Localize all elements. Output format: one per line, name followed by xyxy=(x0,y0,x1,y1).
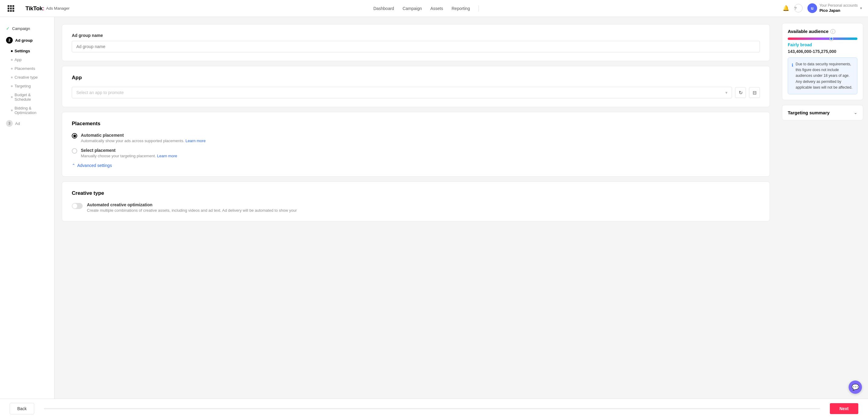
sidebar-budget-label: Budget & Schedule xyxy=(14,93,48,102)
sidebar-sub-placements[interactable]: Placements xyxy=(0,64,54,73)
targeting-summary-title: Targeting summary xyxy=(788,110,830,115)
chat-widget[interactable]: 💬 xyxy=(848,381,862,394)
account-label: Your Personal accounts xyxy=(819,3,858,8)
inactive-dot xyxy=(11,85,13,87)
select-learn-more[interactable]: Learn more xyxy=(157,154,177,158)
dropdown-chevron-icon: ▾ xyxy=(725,90,727,95)
account-info: Your Personal accounts Pico Japan xyxy=(819,3,858,13)
inactive-dot xyxy=(11,59,13,61)
tiktok-logo: TikTok: Ads Manager xyxy=(26,5,70,12)
audience-range: 143,406,000-175,275,000 xyxy=(788,49,858,54)
inactive-dot xyxy=(11,109,13,111)
adgroup-name-label: Ad group name xyxy=(72,33,760,38)
back-button[interactable]: Back xyxy=(10,403,34,414)
creative-toggle[interactable] xyxy=(72,203,83,209)
adgroup-name-section: Ad group name xyxy=(62,24,770,61)
creative-type-title: Creative type xyxy=(72,190,760,196)
sidebar: ✓ Campaign 2 Ad group Settings App Place… xyxy=(0,17,55,398)
targeting-summary-header[interactable]: Targeting summary ⌄ xyxy=(788,110,858,115)
placements-title: Placements xyxy=(72,121,760,127)
select-placement-label: Select placement xyxy=(81,148,177,153)
reload-icon-btn[interactable]: ↻ xyxy=(735,87,746,98)
sidebar-step-adgroup[interactable]: 2 Ad group xyxy=(0,34,54,46)
automatic-placement-option: Automatic placement Automatically show y… xyxy=(72,133,760,143)
advanced-settings-label: Advanced settings xyxy=(77,163,112,168)
bell-icon[interactable]: 🔔 xyxy=(783,5,789,11)
help-icon[interactable]: ? xyxy=(794,4,803,12)
nav-divider xyxy=(478,5,479,11)
sidebar-bidding-label: Bidding & Optimization xyxy=(14,106,48,115)
select-placement-desc: Manually choose your targeting placement… xyxy=(81,154,177,158)
nav-reporting[interactable]: Reporting xyxy=(452,6,470,11)
app-select-row: Select an app to promote ▾ ↻ ⊟ xyxy=(72,87,760,98)
sidebar-app-label: App xyxy=(14,58,22,62)
notice-info-icon: ℹ xyxy=(792,62,793,91)
active-dot xyxy=(11,50,13,52)
topnav-right: 🔔 ? u Your Personal accounts Pico Japan … xyxy=(783,3,862,13)
select-placement-info: Select placement Manually choose your ta… xyxy=(81,148,177,158)
grid-menu-icon[interactable] xyxy=(6,4,16,13)
step-2-circle: 2 xyxy=(6,37,13,43)
account-sub: Pico Japan xyxy=(819,8,858,13)
audience-notice: ℹ Due to data security requirements, thi… xyxy=(788,58,858,94)
sidebar-ad-label: Ad xyxy=(15,121,20,126)
sidebar-placements-label: Placements xyxy=(14,66,35,71)
sidebar-sub-app[interactable]: App xyxy=(0,55,54,64)
placements-section: Placements Automatic placement Automatic… xyxy=(62,112,770,177)
creative-toggle-desc: Create multiple combinations of creative… xyxy=(87,208,297,213)
inactive-dot xyxy=(11,96,13,98)
sidebar-step-campaign[interactable]: ✓ Campaign xyxy=(0,23,54,34)
audience-title: Available audience xyxy=(788,29,829,34)
inactive-dot xyxy=(11,68,13,70)
automatic-placement-label: Automatic placement xyxy=(81,133,206,138)
creative-type-section: Creative type Automated creative optimiz… xyxy=(62,181,770,221)
nav-assets[interactable]: Assets xyxy=(430,6,443,11)
sidebar-sub-budget[interactable]: Budget & Schedule xyxy=(0,91,54,104)
adgroup-name-input[interactable] xyxy=(72,41,760,52)
automatic-placement-info: Automatic placement Automatically show y… xyxy=(81,133,206,143)
nav-dashboard[interactable]: Dashboard xyxy=(373,6,394,11)
sidebar-sub-settings[interactable]: Settings xyxy=(0,46,54,55)
targeting-summary-card: Targeting summary ⌄ xyxy=(782,105,863,120)
account-menu[interactable]: u Your Personal accounts Pico Japan ▾ xyxy=(807,3,862,13)
sidebar-settings-label: Settings xyxy=(14,49,30,53)
meter-indicator xyxy=(830,37,833,40)
notice-text: Due to data security requirements, this … xyxy=(796,61,854,91)
automatic-learn-more[interactable]: Learn more xyxy=(185,139,205,143)
sidebar-sub-bidding[interactable]: Bidding & Optimization xyxy=(0,104,54,117)
right-panel: Available audience i Fairly broad 143,40… xyxy=(777,17,868,398)
sidebar-sub-targeting[interactable]: Targeting xyxy=(0,82,54,91)
app-dropdown-placeholder: Select an app to promote xyxy=(76,90,124,95)
audience-meter xyxy=(788,37,858,40)
audience-card: Available audience i Fairly broad 143,40… xyxy=(782,23,863,100)
check-icon: ✓ xyxy=(6,26,10,31)
creative-toggle-row: Automated creative optimization Create m… xyxy=(72,202,760,213)
step-3-circle: 3 xyxy=(6,120,13,127)
next-button[interactable]: Next xyxy=(830,403,858,414)
sidebar-step-ad[interactable]: 3 Ad xyxy=(0,117,54,130)
link-icon-btn[interactable]: ⊟ xyxy=(749,87,760,98)
creative-toggle-label: Automated creative optimization xyxy=(87,202,297,207)
ads-manager-label: Ads Manager xyxy=(46,6,69,10)
sidebar-sub-creative-type[interactable]: Creative type xyxy=(0,73,54,82)
app-section: App Select an app to promote ▾ ↻ ⊟ xyxy=(62,66,770,107)
creative-info: Automated creative optimization Create m… xyxy=(87,202,297,213)
footer-bar: Back Next xyxy=(0,398,868,418)
nav-campaign[interactable]: Campaign xyxy=(403,6,422,11)
main-layout: ✓ Campaign 2 Ad group Settings App Place… xyxy=(0,17,868,398)
sidebar-creative-label: Creative type xyxy=(14,75,38,79)
audience-info-icon[interactable]: i xyxy=(831,29,835,34)
automatic-placement-radio[interactable] xyxy=(72,133,77,139)
targeting-summary-chevron: ⌄ xyxy=(854,110,858,115)
select-placement-radio[interactable] xyxy=(72,148,77,154)
app-section-title: App xyxy=(72,75,760,81)
audience-title-row: Available audience i xyxy=(788,29,858,34)
footer-scrollbar xyxy=(44,408,820,409)
app-dropdown[interactable]: Select an app to promote ▾ xyxy=(72,87,732,98)
advanced-settings-btn[interactable]: ⌃ Advanced settings xyxy=(72,163,760,168)
advanced-chevron-icon: ⌃ xyxy=(72,163,75,168)
inactive-dot xyxy=(11,76,13,78)
sidebar-campaign-label: Campaign xyxy=(12,26,30,31)
avatar: u xyxy=(807,3,817,13)
topnav: TikTok: Ads Manager Dashboard Campaign A… xyxy=(0,0,868,17)
